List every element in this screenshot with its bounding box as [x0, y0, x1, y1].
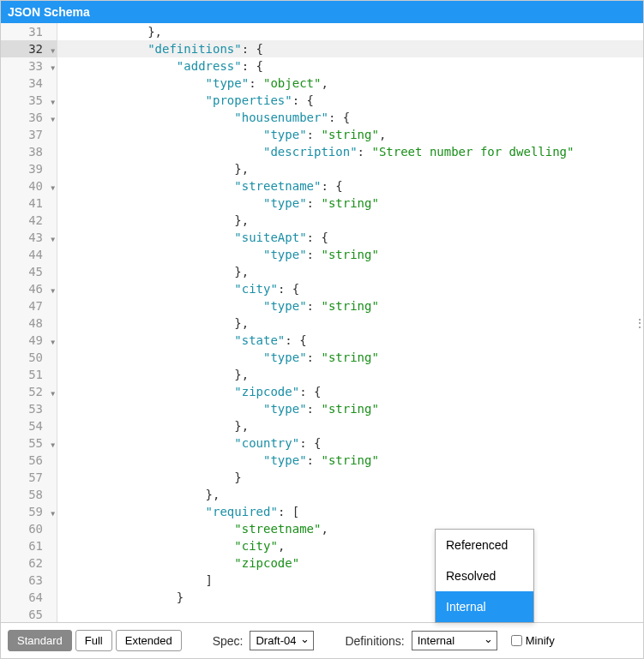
extended-button[interactable]: Extended — [116, 630, 182, 651]
code-line[interactable]: }, — [57, 160, 643, 177]
line-number[interactable]: 52▼ — [1, 383, 57, 400]
line-number[interactable]: 36▼ — [1, 109, 57, 126]
token-brace: } — [234, 316, 241, 330]
line-number[interactable]: 38 — [1, 143, 57, 160]
spec-select[interactable]: Draft-04 — [250, 631, 314, 650]
line-number[interactable]: 50 — [1, 349, 57, 366]
line-number[interactable]: 63 — [1, 572, 57, 589]
dropdown-item-resolved[interactable]: Resolved — [436, 560, 533, 591]
code-line[interactable]: "streetname", — [57, 520, 643, 537]
token-str: "city" — [234, 539, 278, 553]
code-line[interactable]: "suiteApt": { — [57, 229, 643, 246]
code-line[interactable]: "properties": { — [57, 92, 643, 109]
code-line[interactable]: "type": "string" — [57, 297, 643, 315]
token-brace: } — [234, 265, 241, 279]
token-key: "description" — [263, 145, 358, 159]
resize-grip-icon[interactable]: ⋮ — [634, 321, 643, 325]
code-line[interactable]: "type": "string" — [57, 195, 643, 212]
line-number[interactable]: 46▼ — [1, 280, 57, 297]
line-number[interactable]: 61 — [1, 537, 57, 554]
line-number[interactable]: 45 — [1, 263, 57, 280]
code-line[interactable]: }, — [57, 263, 643, 280]
line-number[interactable]: 55▼ — [1, 434, 57, 452]
token-punc: : — [292, 93, 307, 107]
code-line[interactable]: }, — [57, 366, 643, 383]
line-number[interactable]: 59▼ — [1, 503, 57, 520]
token-key: "housenumber" — [234, 111, 328, 124]
line-number[interactable]: 62 — [1, 554, 57, 572]
line-number[interactable]: 64 — [1, 589, 57, 606]
code-area[interactable]: }, "definitions": { "address": { "type":… — [57, 23, 643, 622]
code-line[interactable]: }, — [57, 486, 643, 503]
code-line[interactable]: "city": { — [57, 280, 643, 297]
line-number[interactable]: 54 — [1, 417, 57, 434]
standard-button[interactable]: Standard — [8, 630, 72, 651]
line-number[interactable]: 42 — [1, 212, 57, 229]
line-number[interactable]: 41 — [1, 195, 57, 212]
code-line[interactable] — [57, 606, 643, 622]
code-line[interactable]: } — [57, 469, 643, 486]
dropdown-item-referenced[interactable]: Referenced — [436, 530, 533, 560]
token-punc: : — [307, 196, 322, 210]
code-editor[interactable]: 3132▼33▼3435▼36▼37383940▼414243▼444546▼4… — [1, 23, 643, 622]
line-number[interactable]: 56 — [1, 452, 57, 469]
line-number[interactable]: 47 — [1, 297, 57, 315]
code-line[interactable]: "housenumber": { — [57, 109, 643, 126]
code-line[interactable]: "country": { — [57, 434, 643, 452]
line-number[interactable]: 51 — [1, 366, 57, 383]
line-number[interactable]: 35▼ — [1, 92, 57, 109]
code-line[interactable]: "streetname": { — [57, 177, 643, 195]
code-line[interactable]: }, — [57, 417, 643, 434]
code-line[interactable]: } — [57, 589, 643, 606]
code-line[interactable]: "description": "Street number for dwelli… — [57, 143, 643, 160]
code-line[interactable]: ] — [57, 572, 643, 589]
token-key: "state" — [234, 333, 285, 347]
definitions-select[interactable]: Internal — [412, 631, 497, 650]
line-number[interactable]: 60 — [1, 520, 57, 537]
code-line[interactable]: "zipcode": { — [57, 383, 643, 400]
minify-checkbox-wrap[interactable]: Minify — [511, 634, 555, 647]
token-key: "type" — [263, 128, 307, 141]
line-number[interactable]: 31 — [1, 23, 57, 40]
line-number[interactable]: 65 — [1, 606, 57, 622]
line-number[interactable]: 32▼ — [1, 40, 57, 57]
code-line[interactable]: }, — [57, 212, 643, 229]
line-number[interactable]: 48 — [1, 315, 57, 332]
minify-checkbox[interactable] — [511, 635, 522, 646]
token-key: "address" — [177, 59, 242, 73]
code-line[interactable]: "type": "string", — [57, 126, 643, 143]
line-number[interactable]: 39 — [1, 160, 57, 177]
code-line[interactable]: "state": { — [57, 332, 643, 349]
definitions-dropdown-menu[interactable]: ReferencedResolvedInternal — [435, 529, 534, 623]
line-number[interactable]: 43▼ — [1, 229, 57, 246]
token-punc: , — [242, 213, 249, 227]
line-number[interactable]: 33▼ — [1, 57, 57, 75]
code-line[interactable]: "address": { — [57, 57, 643, 75]
line-number[interactable]: 53 — [1, 400, 57, 417]
line-number[interactable]: 34 — [1, 75, 57, 92]
full-button[interactable]: Full — [75, 630, 112, 651]
code-line[interactable]: "type": "object", — [57, 75, 643, 92]
code-line[interactable]: "definitions": { — [57, 40, 643, 57]
token-punc: : — [242, 59, 256, 73]
token-brace: } — [234, 368, 241, 381]
code-line[interactable]: "zipcode" — [57, 554, 643, 572]
line-number-gutter[interactable]: 3132▼33▼3435▼36▼37383940▼414243▼444546▼4… — [1, 23, 57, 622]
code-line[interactable]: "type": "string" — [57, 400, 643, 417]
line-number[interactable]: 49▼ — [1, 332, 57, 349]
line-number[interactable]: 57 — [1, 469, 57, 486]
code-line[interactable]: }, — [57, 23, 643, 40]
code-line[interactable]: "type": "string" — [57, 452, 643, 469]
token-brace: { — [314, 436, 321, 450]
code-line[interactable]: "city", — [57, 537, 643, 554]
token-str: "string" — [321, 248, 378, 261]
code-line[interactable]: }, — [57, 315, 643, 332]
dropdown-item-internal[interactable]: Internal — [436, 591, 533, 622]
line-number[interactable]: 37 — [1, 126, 57, 143]
line-number[interactable]: 58 — [1, 486, 57, 503]
code-line[interactable]: "type": "string" — [57, 246, 643, 263]
line-number[interactable]: 40▼ — [1, 177, 57, 195]
code-line[interactable]: "type": "string" — [57, 349, 643, 366]
line-number[interactable]: 44 — [1, 246, 57, 263]
code-line[interactable]: "required": [ — [57, 503, 643, 520]
